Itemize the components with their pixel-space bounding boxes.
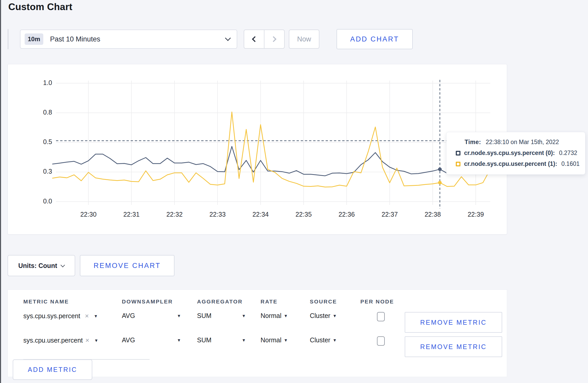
source-select[interactable]: Cluster ▾ <box>310 336 336 344</box>
y-axis-tick-label: 0.5 <box>43 138 52 145</box>
caret-down-icon: ▾ <box>242 337 245 343</box>
caret-down-icon: ▾ <box>95 337 97 343</box>
table-row: sys.cpu.user.percent × ▾ AVG ▾ SUM ▾ Nor… <box>8 336 507 357</box>
per-node-cell <box>377 336 385 346</box>
metric-name-value: sys.cpu.sys.percent <box>23 312 80 320</box>
tooltip-series-value: 0.2732 <box>559 150 577 157</box>
x-axis-tick-label: 22:34 <box>253 211 269 218</box>
metric-name-value: sys.cpu.user.percent <box>23 337 83 344</box>
clear-metric-icon[interactable]: × <box>85 312 89 320</box>
series-line-user <box>53 112 490 187</box>
caret-down-icon: ▾ <box>178 313 180 319</box>
tooltip-time-label: Time: <box>465 139 481 146</box>
x-axis-tick-label: 22:39 <box>468 211 484 218</box>
downsampler-select[interactable]: AVG ▾ <box>122 312 180 320</box>
column-header-aggregator: AGGREGATOR <box>197 299 243 305</box>
rate-value: Normal <box>261 312 282 320</box>
column-header-metric-name: METRIC NAME <box>23 299 69 305</box>
metric-name-select[interactable]: sys.cpu.sys.percent × ▾ <box>23 312 97 320</box>
caret-down-icon: ▾ <box>242 313 245 319</box>
caret-down-icon: ▾ <box>333 337 336 343</box>
caret-down-icon: ▾ <box>285 337 287 343</box>
downsampler-value: AVG <box>122 312 135 320</box>
tooltip-series-value: 0.1601 <box>561 160 579 167</box>
source-select[interactable]: Cluster ▾ <box>310 312 336 320</box>
tooltip-series-row: cr.node.sys.cpu.user.percent (1): 0.1601 <box>456 160 580 167</box>
column-header-source: SOURCE <box>310 299 337 305</box>
time-step-group <box>244 30 285 49</box>
y-axis-tick-label: 0.8 <box>43 109 52 116</box>
per-node-checkbox[interactable] <box>377 312 385 321</box>
hover-point-sys <box>438 167 442 171</box>
caret-down-icon: ▾ <box>285 313 287 319</box>
chevron-left-icon <box>252 36 258 42</box>
x-axis-tick-label: 22:37 <box>382 211 398 218</box>
remove-metric-button[interactable]: REMOVE METRIC <box>405 336 502 357</box>
now-button[interactable]: Now <box>289 30 319 49</box>
x-axis-tick-label: 22:32 <box>166 211 183 218</box>
column-header-per-node: PER NODE <box>360 299 394 305</box>
y-axis-tick-label: 0.3 <box>43 168 52 175</box>
per-node-cell <box>377 312 385 321</box>
tooltip-series-row: cr.node.sys.cpu.sys.percent (0): 0.2732 <box>456 150 580 157</box>
per-node-checkbox[interactable] <box>377 336 385 346</box>
aggregator-value: SUM <box>197 312 212 320</box>
caret-down-icon: ▾ <box>333 313 336 319</box>
add-metric-button[interactable]: ADD METRIC <box>13 359 92 380</box>
metrics-table: METRIC NAME DOWNSAMPLER AGGREGATOR RATE … <box>8 289 507 377</box>
add-chart-button[interactable]: ADD CHART <box>337 29 413 49</box>
sys-series-swatch-icon <box>456 151 460 155</box>
table-row: sys.cpu.sys.percent × ▾ AVG ▾ SUM ▾ Norm… <box>8 312 507 333</box>
aggregator-value: SUM <box>197 336 212 344</box>
hover-point-user <box>438 181 442 185</box>
x-axis-tick-label: 22:38 <box>425 211 441 218</box>
downsampler-value: AVG <box>122 336 135 344</box>
rate-select[interactable]: Normal ▾ <box>261 336 287 344</box>
step-forward-button[interactable] <box>264 30 284 48</box>
custom-chart-panel[interactable]: 0.00.30.50.81.022:3022:3122:3222:3322:34… <box>8 64 507 235</box>
series-line-sys <box>53 146 490 176</box>
downsampler-select[interactable]: AVG ▾ <box>122 336 180 344</box>
x-axis-tick-label: 22:35 <box>296 211 312 218</box>
rate-select[interactable]: Normal ▾ <box>261 312 287 320</box>
tooltip-time-value: 22:38:10 on Mar 15th, 2022 <box>486 139 559 146</box>
source-value: Cluster <box>310 336 330 344</box>
clear-metric-icon[interactable]: × <box>85 336 89 344</box>
line-chart[interactable]: 0.00.30.50.81.022:3022:3122:3222:3322:34… <box>8 64 507 235</box>
y-axis-tick-label: 0.0 <box>43 197 52 205</box>
caret-down-icon: ▾ <box>95 313 97 319</box>
rate-value: Normal <box>261 336 282 344</box>
column-header-downsampler: DOWNSAMPLER <box>122 299 173 305</box>
tooltip-time-row: Time: 22:38:10 on Mar 15th, 2022 <box>456 139 580 146</box>
units-select[interactable]: Units: Count <box>8 255 75 276</box>
chart-hover-tooltip: Time: 22:38:10 on Mar 15th, 2022 cr.node… <box>446 132 585 175</box>
time-range-label: Past 10 Minutes <box>50 35 226 43</box>
time-range-badge: 10m <box>25 33 43 45</box>
chevron-down-icon <box>61 263 65 267</box>
tooltip-series-label: cr.node.sys.cpu.user.percent (1): <box>464 160 557 167</box>
units-label: Units: Count <box>18 262 57 269</box>
screen-left-edge <box>0 0 1 383</box>
metric-name-select[interactable]: sys.cpu.user.percent × ▾ <box>23 336 97 344</box>
chevron-down-icon <box>225 35 231 41</box>
x-axis-tick-label: 22:33 <box>209 211 226 218</box>
chevron-right-icon <box>271 36 277 42</box>
tooltip-series-label: cr.node.sys.cpu.sys.percent (0): <box>464 150 555 157</box>
column-header-rate: RATE <box>261 299 278 305</box>
page-title: Custom Chart <box>8 2 72 12</box>
y-axis-tick-label: 1.0 <box>43 79 52 86</box>
source-value: Cluster <box>310 312 330 320</box>
remove-metric-button[interactable]: REMOVE METRIC <box>405 312 502 333</box>
x-axis-tick-label: 22:30 <box>80 211 97 218</box>
toolbar-divider <box>8 29 8 49</box>
caret-down-icon: ▾ <box>178 337 180 343</box>
user-series-swatch-icon <box>456 162 460 166</box>
time-range-select[interactable]: 10m Past 10 Minutes <box>20 30 237 49</box>
x-axis-tick-label: 22:31 <box>123 211 140 218</box>
remove-chart-button[interactable]: REMOVE CHART <box>80 255 174 276</box>
aggregator-select[interactable]: SUM ▾ <box>197 312 245 320</box>
x-axis-tick-label: 22:36 <box>339 211 355 218</box>
aggregator-select[interactable]: SUM ▾ <box>197 336 245 344</box>
step-back-button[interactable] <box>244 30 264 48</box>
